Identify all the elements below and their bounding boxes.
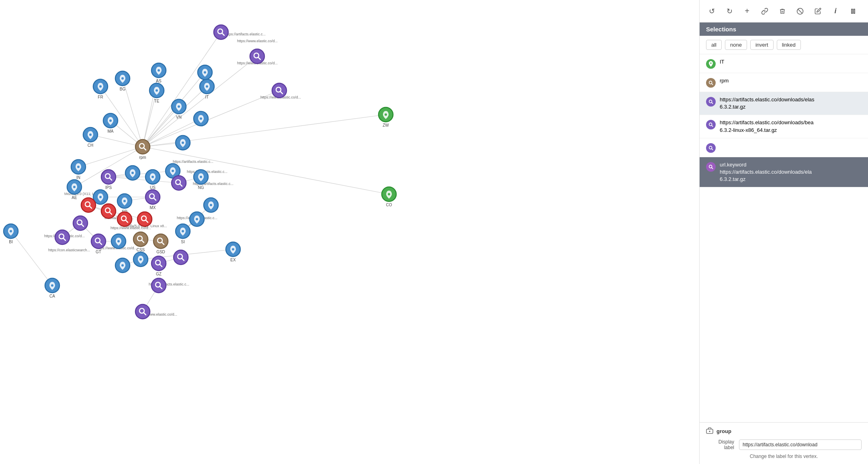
info-button[interactable]: i	[828, 4, 843, 18]
svg-point-85	[182, 142, 184, 144]
select-all-button[interactable]: all	[706, 40, 722, 50]
graph-node[interactable]: GT	[91, 234, 106, 254]
graph-node[interactable]	[176, 136, 190, 150]
svg-point-144	[133, 232, 148, 246]
graph-node[interactable]	[272, 83, 287, 98]
graph-nodes[interactable]: rpmITFRBGASTEMACHVNINAEIPSUSNGMXSDGTCSSG…	[4, 25, 396, 319]
graph-node[interactable]: SI	[176, 224, 190, 244]
graph-node[interactable]	[111, 234, 126, 248]
graph-node[interactable]: AE	[67, 180, 82, 200]
graph-node[interactable]: ZW	[379, 107, 393, 127]
graph-node[interactable]: AS	[151, 63, 166, 83]
graph-node[interactable]	[198, 65, 212, 80]
item-label-dark: url.keywordhttps://artifacts.elastic.co/…	[720, 161, 812, 183]
graph-node[interactable]: NG	[194, 170, 208, 190]
graph-node[interactable]	[214, 25, 228, 39]
group-label: group	[717, 428, 731, 434]
graph-node[interactable]	[55, 230, 70, 244]
svg-line-14	[143, 90, 279, 147]
graph-node[interactable]	[115, 258, 130, 273]
graph-node[interactable]: TE	[149, 83, 164, 103]
graph-node[interactable]: SD	[117, 194, 132, 214]
graph-node[interactable]	[194, 111, 208, 126]
svg-line-213	[712, 148, 713, 150]
toolbar: ↺ ↻ + i	[700, 0, 868, 23]
svg-point-195	[204, 71, 206, 74]
graph-node[interactable]	[151, 278, 166, 293]
list-item[interactable]: rpm	[700, 73, 868, 92]
svg-point-76	[109, 119, 112, 122]
graph-node[interactable]: CA	[45, 278, 59, 298]
svg-point-197	[385, 113, 387, 116]
graph-node[interactable]: BI	[4, 224, 18, 244]
svg-point-160	[139, 258, 142, 261]
undo-button[interactable]: ↺	[704, 4, 719, 18]
svg-text:GSD: GSD	[156, 250, 165, 254]
svg-point-188	[250, 49, 264, 64]
redo-button[interactable]: ↻	[722, 4, 737, 18]
node-icon-purple	[706, 97, 716, 107]
graph-canvas[interactable]: https://artifacts.elastic.c...https://ar…	[0, 0, 699, 464]
list-item-highlighted[interactable]: https://artifacts.elastic.co/downloads/e…	[700, 92, 868, 115]
svg-text:https://artifacts.elastic.c...: https://artifacts.elastic.c...	[225, 32, 266, 36]
pause-button[interactable]	[846, 4, 860, 18]
graph-node[interactable]	[73, 216, 88, 230]
svg-text:EX: EX	[230, 258, 236, 262]
svg-rect-204	[852, 9, 853, 13]
graph-node[interactable]: IPS	[101, 170, 116, 190]
graph-node[interactable]: BG	[115, 71, 130, 91]
svg-text:IN: IN	[76, 175, 80, 180]
graph-node[interactable]	[204, 198, 218, 212]
item-label: https://artifacts.elastic.co/downloads/e…	[720, 96, 815, 111]
graph-node[interactable]: EX	[226, 242, 240, 262]
graph-node[interactable]	[125, 166, 140, 180]
block-button[interactable]	[793, 4, 807, 18]
edit-button[interactable]	[811, 4, 825, 18]
graph-node[interactable]: GZ	[151, 256, 166, 276]
graph-node[interactable]	[135, 304, 150, 319]
graph-node[interactable]	[101, 204, 116, 218]
display-label-key: Displaylabel	[706, 439, 734, 450]
graph-node[interactable]: FR	[93, 79, 108, 99]
graph-node[interactable]: US	[145, 170, 160, 190]
svg-point-183	[10, 230, 12, 232]
svg-point-138	[91, 234, 106, 248]
select-linked-button[interactable]: linked	[777, 40, 801, 50]
graph-node[interactable]: VN	[172, 99, 186, 119]
svg-point-158	[210, 204, 212, 206]
graph-node[interactable]	[133, 252, 148, 267]
graph-node[interactable]: CH	[83, 127, 98, 148]
graph-node[interactable]: MX	[145, 190, 160, 210]
list-item-dark[interactable]: url.keywordhttps://artifacts.elastic.co/…	[700, 157, 868, 188]
list-item[interactable]: IT	[700, 54, 868, 73]
svg-point-185	[214, 25, 228, 39]
select-invert-button[interactable]: invert	[750, 40, 774, 50]
list-item[interactable]	[700, 138, 868, 157]
select-none-button[interactable]: none	[725, 40, 747, 50]
graph-node[interactable]	[190, 212, 204, 226]
svg-point-162	[121, 264, 124, 267]
graph-node[interactable]: IN	[71, 160, 86, 180]
graph-node[interactable]	[137, 212, 152, 226]
display-label-input[interactable]	[739, 439, 862, 450]
graph-node[interactable]	[117, 212, 132, 226]
graph-node[interactable]: rpm	[135, 140, 150, 160]
group-icon	[706, 427, 713, 435]
link-button[interactable]	[757, 4, 772, 18]
graph-node[interactable]	[250, 49, 264, 64]
add-button[interactable]: +	[740, 4, 754, 18]
graph-node[interactable]: GSD	[154, 234, 168, 254]
svg-line-6	[143, 107, 179, 147]
svg-text:https://www.elastic.co/d...: https://www.elastic.co/d...	[237, 39, 278, 43]
graph-node[interactable]: CO	[382, 187, 396, 207]
svg-point-208	[709, 100, 712, 103]
svg-point-123	[101, 204, 116, 218]
graph-node[interactable]: IT	[200, 79, 214, 99]
graph-node[interactable]	[81, 198, 96, 212]
list-item[interactable]: https://artifacts.elastic.co/downloads/b…	[700, 115, 868, 138]
graph-node[interactable]	[172, 176, 186, 190]
graph-node[interactable]: MA	[103, 113, 118, 133]
delete-button[interactable]	[775, 4, 790, 18]
hint-text: Change the label for this vertex.	[706, 454, 862, 459]
graph-node[interactable]	[174, 250, 188, 265]
